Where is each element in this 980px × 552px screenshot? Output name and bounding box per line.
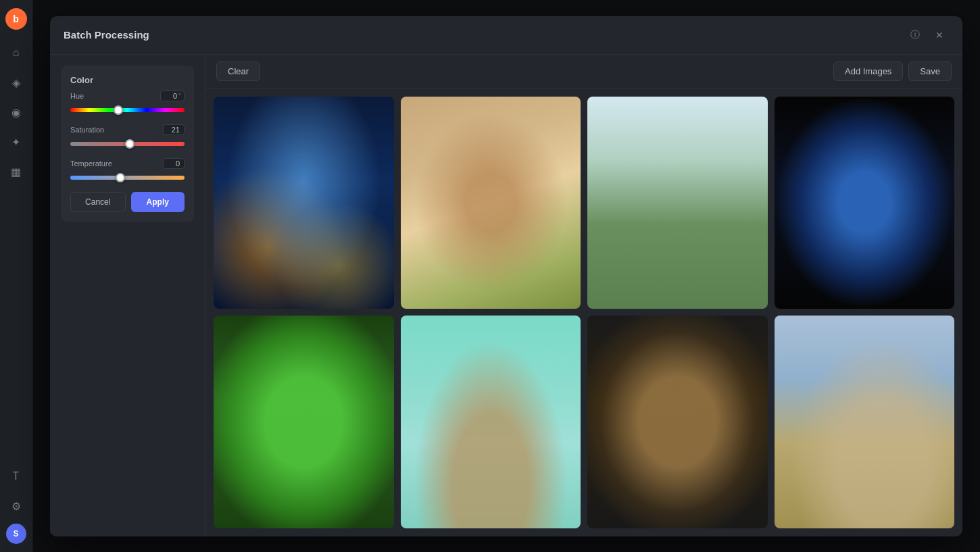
clear-button[interactable]: Clear (216, 61, 260, 81)
dialog-overlay: Batch Processing ⓘ ✕ Color (32, 0, 980, 552)
hue-track (70, 108, 185, 112)
saturation-value: 21 (166, 126, 180, 134)
info-icon: ⓘ (910, 29, 920, 41)
color-panel: Color Hue 0 ° (61, 66, 194, 222)
image-sheep (775, 316, 955, 528)
sidebar-item-tools[interactable]: ✦ (4, 130, 28, 154)
image-parrot (214, 316, 394, 528)
sidebar-item-analytics[interactable]: ◈ (4, 70, 28, 95)
hue-label: Hue (70, 92, 84, 100)
temperature-label: Temperature (70, 159, 112, 168)
saturation-label: Saturation (70, 126, 104, 134)
image-fish (775, 97, 955, 309)
temperature-thumb[interactable] (116, 173, 125, 182)
avatar[interactable]: S (6, 524, 26, 544)
image-cell-hummingbird[interactable] (401, 97, 581, 309)
sidebar-item-text[interactable]: T (4, 464, 28, 488)
temperature-value: 0 (166, 159, 180, 168)
hue-value-box: 0 ° (160, 91, 185, 101)
sidebar-item-grid[interactable]: ▦ (4, 159, 28, 184)
color-section-title: Color (70, 75, 185, 85)
apply-button[interactable]: Apply (131, 192, 185, 212)
temperature-slider-row: Temperature 0 (70, 158, 185, 182)
saturation-track (70, 142, 185, 146)
sidebar-item-eye[interactable]: ◉ (4, 100, 28, 124)
hue-thumb[interactable] (114, 105, 123, 115)
image-cell-lion[interactable] (587, 316, 768, 528)
sidebar-item-settings[interactable]: ⚙ (4, 494, 28, 518)
image-hummingbird (401, 97, 581, 309)
image-cell-parrot[interactable] (214, 316, 394, 528)
info-button[interactable]: ⓘ (906, 26, 925, 45)
right-panel: Clear Add Images Save (205, 55, 962, 536)
image-cell-fish[interactable] (775, 97, 955, 309)
saturation-value-box: 21 (163, 124, 185, 135)
close-button[interactable]: ✕ (930, 26, 949, 45)
sidebar-item-home[interactable]: ⌂ (4, 41, 28, 65)
image-giraffe (401, 316, 581, 528)
add-images-button[interactable]: Add Images (833, 61, 903, 81)
batch-processing-dialog: Batch Processing ⓘ ✕ Color (50, 16, 962, 536)
image-cell-horse[interactable] (587, 97, 768, 309)
left-panel: Color Hue 0 ° (50, 55, 205, 536)
hue-unit: ° (178, 92, 181, 99)
image-cell-jellyfish[interactable] (214, 97, 394, 309)
hue-slider-track-wrap[interactable] (70, 105, 185, 115)
grid-toolbar: Clear Add Images Save (205, 55, 962, 89)
image-jellyfish (214, 97, 394, 309)
image-horse (587, 97, 768, 309)
image-grid (205, 89, 962, 536)
action-row: Cancel Apply (70, 192, 185, 212)
saturation-slider-track-wrap[interactable] (70, 139, 185, 149)
saturation-thumb[interactable] (125, 139, 134, 149)
dialog-header-icons: ⓘ ✕ (906, 26, 949, 45)
cancel-button[interactable]: Cancel (70, 192, 126, 212)
sidebar: b ⌂ ◈ ◉ ✦ ▦ T ⚙ S (0, 0, 32, 552)
temperature-track (70, 176, 185, 180)
close-icon: ✕ (935, 30, 944, 41)
dialog-header: Batch Processing ⓘ ✕ (50, 16, 962, 55)
temperature-value-box: 0 (163, 158, 185, 169)
image-cell-sheep[interactable] (775, 316, 955, 528)
main-area: Batch Processing ⓘ ✕ Color (32, 0, 980, 552)
temperature-slider-track-wrap[interactable] (70, 173, 185, 182)
save-button[interactable]: Save (908, 61, 952, 81)
hue-slider-row: Hue 0 ° (70, 91, 185, 115)
dialog-body: Color Hue 0 ° (50, 55, 962, 536)
image-lion (587, 316, 768, 528)
hue-value: 0 (164, 92, 177, 100)
saturation-slider-row: Saturation 21 (70, 124, 185, 149)
image-cell-giraffe[interactable] (401, 316, 581, 528)
app-logo[interactable]: b (5, 8, 27, 30)
dialog-title: Batch Processing (64, 29, 149, 41)
